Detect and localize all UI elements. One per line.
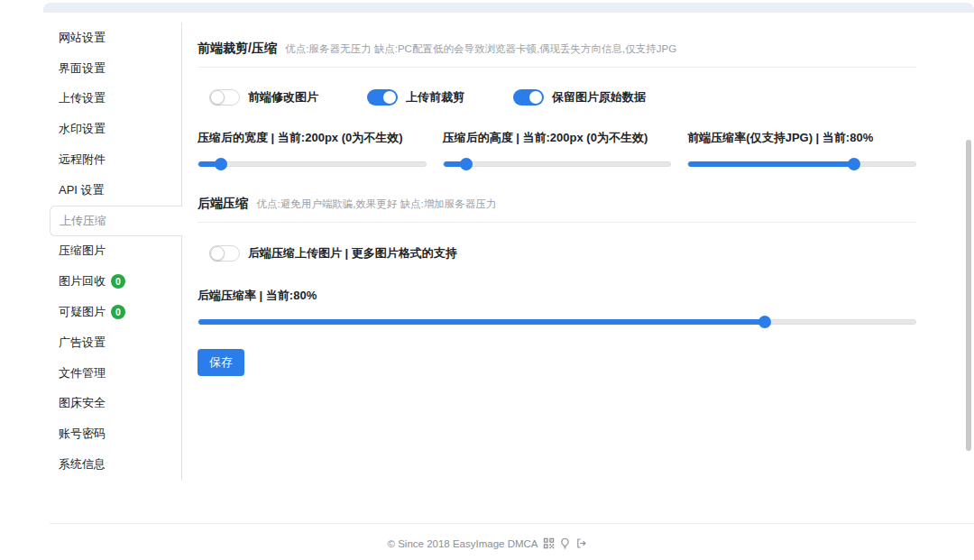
sidebar-divider	[181, 23, 182, 481]
slider-track[interactable]	[198, 319, 916, 325]
sidebar-item-label: 上传设置	[59, 90, 106, 106]
qr-code-icon[interactable]	[543, 537, 555, 549]
frontend-section-header: 前端裁剪/压缩 优点:服务器无压力 缺点:PC配置低的会导致浏览器卡顿,偶现丢失…	[198, 40, 916, 57]
count-badge: 0	[111, 305, 125, 319]
toggle-group: 保留图片原始数据	[513, 89, 646, 106]
sidebar-item-label: 图床安全	[59, 395, 106, 411]
frontend-slider-grid: 压缩后的宽度 | 当前:200px (0为不生效)压缩后的高度 | 当前:200…	[198, 130, 916, 167]
toggle-label: 后端压缩上传图片 | 更多图片格式的支持	[248, 245, 457, 262]
slider-group: 压缩后的宽度 | 当前:200px (0为不生效)	[198, 130, 427, 167]
sidebar-item[interactable]: 图床安全	[50, 389, 181, 419]
sidebar-item[interactable]: 水印设置	[50, 114, 181, 144]
slider-label: 压缩后的高度 | 当前:200px (0为不生效)	[443, 130, 672, 146]
sidebar: 网站设置界面设置上传设置水印设置远程附件API 设置上传压缩压缩图片图片回收0可…	[50, 23, 181, 480]
sidebar-item[interactable]: 账号密码	[50, 418, 181, 449]
sidebar-item-label: 压缩图片	[59, 243, 106, 259]
scrollbar-thumb[interactable]	[966, 140, 971, 451]
slider-label: 前端压缩率(仅支持JPG) | 当前:80%	[687, 130, 916, 146]
slider-knob[interactable]	[848, 158, 860, 170]
settings-content: 前端裁剪/压缩 优点:服务器无压力 缺点:PC配置低的会导致浏览器卡顿,偶现丢失…	[198, 40, 916, 376]
slider-track[interactable]	[443, 161, 672, 167]
sidebar-item-label: 水印设置	[59, 121, 106, 137]
sidebar-item-label: 网站设置	[59, 30, 106, 46]
slider-group: 压缩后的高度 | 当前:200px (0为不生效)	[443, 130, 672, 167]
toggle-knob	[210, 246, 225, 261]
sidebar-item[interactable]: API 设置	[50, 175, 181, 206]
frontend-section-description: 优点:服务器无压力 缺点:PC配置低的会导致浏览器卡顿,偶现丢失方向信息,仅支持…	[285, 43, 676, 54]
slider-track[interactable]	[198, 161, 427, 167]
divider	[198, 222, 916, 223]
sidebar-item[interactable]: 上传设置	[50, 84, 181, 115]
sidebar-item[interactable]: 广告设置	[50, 327, 181, 358]
sidebar-item-label: 远程附件	[59, 151, 106, 168]
sidebar-item-label: 账号密码	[59, 426, 106, 442]
top-navbar-strip	[43, 3, 974, 13]
sidebar-item[interactable]: 图片回收0	[50, 266, 181, 297]
slider-group: 前端压缩率(仅支持JPG) | 当前:80%	[687, 130, 916, 167]
save-button[interactable]: 保存	[198, 349, 244, 376]
backend-toggle-row: 后端压缩上传图片 | 更多图片格式的支持	[198, 245, 916, 262]
sidebar-item-label: 可疑图片	[59, 304, 106, 320]
sidebar-item[interactable]: 界面设置	[50, 53, 181, 84]
toggle-label: 前端修改图片	[248, 89, 318, 106]
sidebar-item[interactable]: 压缩图片	[50, 236, 181, 267]
backend-section-description: 优点:避免用户端欺骗,效果更好 缺点:增加服务器压力	[256, 198, 496, 209]
backend-section-header: 后端压缩 优点:避免用户端欺骗,效果更好 缺点:增加服务器压力	[198, 195, 916, 212]
count-badge: 0	[111, 274, 125, 289]
toggle-group: 后端压缩上传图片 | 更多图片格式的支持	[209, 245, 916, 262]
sidebar-item[interactable]: 远程附件	[50, 144, 181, 175]
toggle-knob	[383, 91, 396, 104]
toggle-switch[interactable]	[209, 245, 240, 262]
sidebar-item[interactable]: 文件管理	[50, 358, 181, 389]
slider-knob[interactable]	[215, 158, 227, 170]
footer-divider	[50, 523, 974, 524]
toggle-group: 上传前裁剪	[367, 89, 464, 106]
sidebar-item-label: 广告设置	[59, 335, 106, 351]
sidebar-item-label: 系统信息	[59, 456, 106, 473]
slider-knob[interactable]	[758, 316, 771, 328]
slider-track[interactable]	[687, 161, 916, 167]
footer-copyright-text: © Since 2018 EasyImage DMCA	[388, 538, 538, 549]
sidebar-item-label: 文件管理	[59, 365, 106, 381]
sidebar-item[interactable]: 上传压缩	[50, 206, 183, 236]
toggle-group: 前端修改图片	[209, 89, 318, 106]
slider-label: 压缩后的宽度 | 当前:200px (0为不生效)	[198, 130, 427, 146]
toggle-label: 上传前裁剪	[406, 89, 464, 106]
sidebar-item-label: 图片回收	[59, 273, 106, 289]
frontend-section-title: 前端裁剪/压缩	[198, 41, 277, 55]
backend-section-title: 后端压缩	[198, 196, 248, 210]
slider-fill	[688, 161, 854, 167]
toggle-knob	[210, 90, 225, 105]
slider-knob[interactable]	[460, 158, 473, 170]
toggle-knob	[529, 91, 542, 104]
slider-fill	[198, 319, 765, 325]
divider	[198, 67, 916, 68]
toggle-switch[interactable]	[367, 89, 398, 106]
sidebar-item[interactable]: 系统信息	[50, 449, 181, 480]
toggle-switch[interactable]	[513, 89, 544, 106]
sidebar-item-label: API 设置	[59, 182, 105, 198]
sidebar-item[interactable]: 网站设置	[50, 23, 181, 53]
sidebar-item-label: 界面设置	[59, 60, 106, 77]
footer: © Since 2018 EasyImage DMCA	[0, 537, 974, 549]
logout-icon[interactable]	[575, 537, 587, 549]
toggle-label: 保留图片原始数据	[552, 89, 646, 106]
frontend-toggle-row: 前端修改图片上传前裁剪保留图片原始数据	[198, 89, 916, 106]
backend-slider-label: 后端压缩率 | 当前:80%	[198, 288, 916, 304]
sidebar-item-label: 上传压缩	[60, 213, 106, 229]
lightbulb-icon[interactable]	[559, 537, 571, 549]
toggle-switch[interactable]	[209, 89, 240, 106]
backend-slider-wrap	[198, 319, 916, 325]
sidebar-item[interactable]: 可疑图片0	[50, 297, 181, 327]
